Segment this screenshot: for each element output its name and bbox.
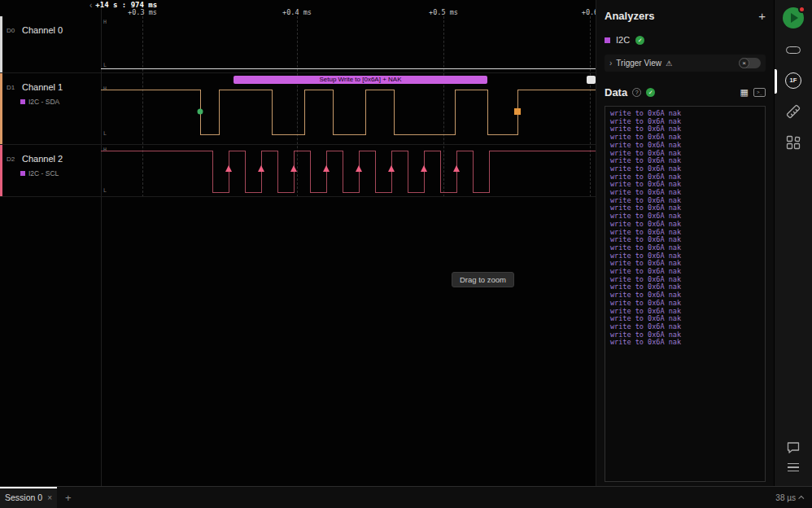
check-icon: ✓ xyxy=(646,88,655,97)
toggle-knob-close-icon[interactable]: × xyxy=(739,58,749,68)
channel-0-waveform[interactable]: H L xyxy=(101,16,596,72)
channel-analyzer-label: I2C - SCL xyxy=(28,169,59,177)
channel-name: Channel 1 xyxy=(22,82,63,92)
extensions-button[interactable] xyxy=(784,133,803,152)
analyzers-badge-icon: 1F xyxy=(785,72,801,89)
channel-row-d2: D2 Channel 2 I2C - SCL H L xyxy=(0,145,596,197)
capture-duration-value: 38 µs xyxy=(775,493,796,502)
session-tab-label: Session 0 xyxy=(5,493,42,502)
channel-row-d1: D1 Channel 1 I2C - SDA H L Setup W xyxy=(0,73,596,145)
analyzer-swatch-icon xyxy=(20,171,25,176)
channel-2-waveform[interactable]: H L xyxy=(101,145,596,196)
channel-analyzer-label: I2C - SDA xyxy=(28,98,59,106)
channel-name: Channel 0 xyxy=(22,25,63,35)
channel-2-color-strip xyxy=(0,145,2,196)
channel-name: Channel 2 xyxy=(22,154,63,164)
channel-1-waveform[interactable]: H L Setup Write to [0x6A] + NAK xyxy=(101,73,596,144)
drag-to-zoom-tooltip: Drag to zoom xyxy=(452,272,514,287)
capture-duration-control[interactable]: 38 µs xyxy=(775,493,804,502)
channel-row-d0: D0 Channel 0 H L xyxy=(0,16,596,73)
tick-label: +0.4 ms xyxy=(282,8,312,16)
play-icon xyxy=(791,13,798,23)
logic-analyzer-app: ‹ +14 s : 974 ms +0.3 ms +0.4 ms +0.5 ms… xyxy=(0,0,812,508)
channel-0-color-strip xyxy=(0,16,2,72)
channel-id: D1 xyxy=(7,84,15,91)
status-bar: Session 0 × + 38 µs xyxy=(0,486,812,508)
analyzer-swatch-icon xyxy=(605,37,610,43)
hamburger-menu-icon xyxy=(788,461,799,475)
channel-1-label[interactable]: D1 Channel 1 I2C - SDA xyxy=(0,73,101,144)
add-analyzer-button[interactable]: + xyxy=(758,11,766,22)
digital-trace-sda xyxy=(101,73,596,145)
i2c-stop-marker xyxy=(514,108,521,115)
warning-icon: ⚠ xyxy=(666,59,672,68)
measurements-button[interactable] xyxy=(784,102,803,121)
add-session-button[interactable]: + xyxy=(65,492,72,504)
channel-2-label[interactable]: D2 Channel 2 I2C - SCL xyxy=(0,145,101,196)
analyzers-panel-title: Analyzers xyxy=(605,10,758,22)
i2c-annotation-bubble[interactable]: Setup Write to [0x6A] + NAK xyxy=(234,76,487,84)
annotation-partial xyxy=(587,76,596,84)
tick-label: +0.5 ms xyxy=(429,8,458,16)
waveform-pane[interactable]: ‹ +14 s : 974 ms +0.3 ms +0.4 ms +0.5 ms… xyxy=(0,0,596,486)
timeline-ruler[interactable]: ‹ +14 s : 974 ms +0.3 ms +0.4 ms +0.5 ms… xyxy=(0,0,596,16)
ruler-icon xyxy=(785,103,801,120)
check-icon: ✓ xyxy=(635,36,644,45)
main-menu-button[interactable] xyxy=(784,458,803,477)
active-panel-indicator xyxy=(775,69,777,94)
analyzer-swatch-icon xyxy=(20,99,25,104)
comment-bubble-icon xyxy=(786,440,801,455)
notification-dot xyxy=(798,6,805,13)
start-capture-button[interactable] xyxy=(783,7,804,28)
tick-label: +0.3 ms xyxy=(128,8,157,16)
analyzer-name: I2C xyxy=(616,35,630,45)
session-tab[interactable]: Session 0 × xyxy=(0,487,57,508)
analyzers-panel-button[interactable]: 1F xyxy=(784,71,803,90)
digital-trace-scl xyxy=(101,145,596,197)
i2c-start-marker xyxy=(198,109,203,115)
channel-id: D2 xyxy=(7,155,15,163)
device-settings-button[interactable] xyxy=(784,40,803,59)
decoded-data-list[interactable]: write to 0x6A nakwrite to 0x6A nakwrite … xyxy=(605,106,766,482)
trigger-view-row[interactable]: › Trigger View ⚠ × xyxy=(605,55,766,72)
analyzer-item-i2c[interactable]: I2C ✓ xyxy=(605,35,766,45)
digital-trace-d0 xyxy=(101,16,596,73)
terminal-view-icon[interactable]: >_ xyxy=(753,88,766,97)
tick-label: +0.6 xyxy=(582,8,596,16)
table-view-icon[interactable]: ▦ xyxy=(740,87,749,98)
chevron-right-icon: › xyxy=(609,59,612,68)
trigger-view-toggle[interactable]: × xyxy=(739,58,761,68)
device-icon xyxy=(786,46,801,54)
channel-id: D0 xyxy=(7,27,15,34)
data-row[interactable]: write to 0x6A nak xyxy=(610,339,760,347)
right-toolbar: 1F xyxy=(774,0,812,486)
extensions-icon xyxy=(786,135,801,150)
chevron-left-icon[interactable]: ‹ xyxy=(89,2,92,9)
help-icon[interactable]: ? xyxy=(632,88,641,97)
feedback-button[interactable] xyxy=(784,438,803,458)
channel-1-color-strip xyxy=(0,73,2,144)
analyzers-side-panel: Analyzers + I2C ✓ › Trigger View ⚠ × Dat… xyxy=(596,0,774,486)
trigger-view-label: Trigger View xyxy=(616,59,661,68)
channel-0-label[interactable]: D0 Channel 0 xyxy=(0,16,101,72)
close-tab-icon[interactable]: × xyxy=(47,493,52,502)
chevron-up-icon xyxy=(798,495,804,501)
data-panel-title: Data xyxy=(605,86,627,99)
